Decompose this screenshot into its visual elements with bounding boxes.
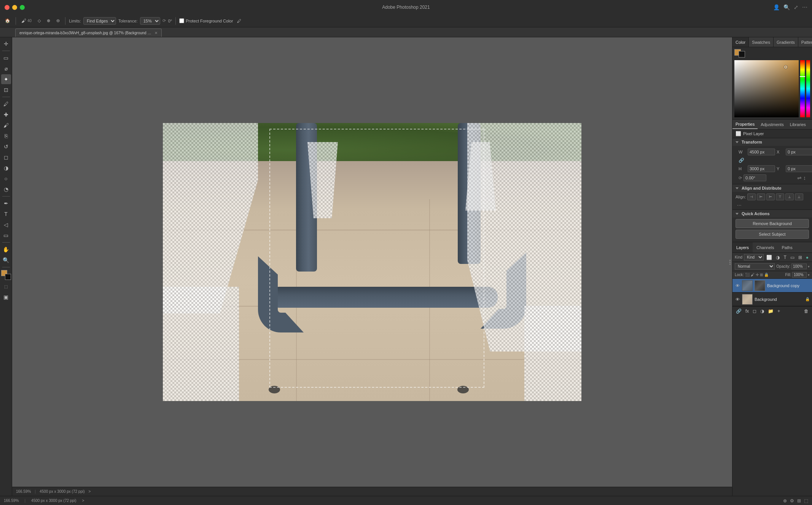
tab-adjustments[interactable]: Adjustments — [758, 120, 787, 129]
eraser-tool[interactable]: ◻ — [1, 152, 11, 162]
angle-input[interactable] — [744, 174, 766, 181]
screen-mode-btn[interactable]: ▣ — [1, 292, 11, 302]
layer-filter-pixel-btn[interactable]: ⬜ — [765, 254, 773, 260]
path-select-tool[interactable]: ◁ — [1, 220, 11, 230]
tab-paths[interactable]: Paths — [778, 242, 796, 252]
opacity-input[interactable] — [791, 264, 807, 269]
x-input[interactable] — [786, 149, 812, 155]
fg-bg-swatches[interactable] — [734, 49, 745, 58]
w-input[interactable] — [748, 149, 775, 155]
type-tool[interactable]: T — [1, 209, 11, 219]
search-icon[interactable]: 🔍 — [783, 4, 790, 10]
layer-adjustment-btn[interactable]: ◑ — [759, 308, 765, 314]
tab-swatches[interactable]: Swatches — [749, 37, 774, 47]
zoom-tool[interactable]: 🔍 — [1, 255, 11, 265]
crop-tool[interactable]: ⊡ — [1, 85, 11, 95]
marquee-tool[interactable]: ▭ — [1, 53, 11, 63]
more-transform-icon[interactable]: ⇌ — [797, 175, 802, 181]
align-left-btn[interactable]: ⊣ — [747, 193, 756, 200]
color-swatches[interactable] — [1, 270, 11, 280]
resize-handle[interactable] — [728, 252, 732, 272]
select-subject-btn[interactable]: Select Subject — [736, 230, 809, 239]
more-icon[interactable]: ⋯ — [802, 4, 807, 10]
align-right-btn[interactable]: ⊢ — [766, 193, 775, 200]
align-center-h-btn[interactable]: ⊢ — [757, 193, 765, 200]
layer-filter-adjust-btn[interactable]: ◑ — [775, 254, 781, 260]
lasso-tool[interactable]: ⌀ — [1, 64, 11, 74]
background-color[interactable] — [5, 274, 11, 280]
canvas-container[interactable] — [12, 37, 732, 487]
bottom-icon-3[interactable]: ⊞ — [797, 498, 801, 503]
flip-icon[interactable]: ↕ — [803, 175, 806, 181]
shape-tool[interactable]: ▭ — [1, 230, 11, 240]
heal-tool[interactable]: ✚ — [1, 110, 11, 120]
move-tool[interactable]: ✛ — [1, 39, 11, 49]
lock-image-btn[interactable]: 🖌 — [751, 273, 755, 277]
hue-bar[interactable] — [800, 60, 805, 117]
layer-filter-shape-btn[interactable]: ▭ — [789, 254, 796, 260]
layer-item-0[interactable]: 👁 Background copy — [732, 279, 812, 292]
background-swatch[interactable] — [739, 51, 745, 58]
opacity-chevron[interactable]: ▾ — [808, 265, 810, 268]
lock-artboard-btn[interactable]: ⊞ — [760, 273, 763, 277]
bottom-icon-1[interactable]: ⊕ — [783, 498, 787, 503]
quick-mask-btn[interactable]: ⬚ — [1, 281, 11, 291]
minimize-button[interactable] — [12, 5, 17, 10]
gradient-tool[interactable]: ◑ — [1, 163, 11, 173]
status-arrow[interactable]: > — [89, 489, 91, 494]
color-gradient-picker[interactable] — [734, 60, 799, 117]
layer-link-btn[interactable]: 🔗 — [735, 308, 743, 314]
brush-options-btn[interactable]: ◇ — [36, 18, 43, 24]
brush-mode-btn[interactable]: ⊕ — [45, 18, 52, 24]
remove-background-btn[interactable]: Remove Background — [736, 219, 809, 228]
layer-delete-btn[interactable]: 🗑 — [803, 308, 810, 314]
layer-visibility-1[interactable]: 👁 — [735, 297, 740, 302]
layer-kind-select[interactable]: Kind — [744, 254, 764, 260]
tab-libraries[interactable]: Libraries — [787, 120, 809, 129]
tolerance-select[interactable]: 15% — [140, 17, 160, 25]
home-button[interactable]: 🏠 — [3, 18, 12, 24]
brush-tool-btn[interactable]: 🖌 40 — [19, 17, 33, 24]
fill-chevron[interactable]: ▾ — [808, 273, 810, 277]
clone-tool[interactable]: ⎘ — [1, 131, 11, 141]
rainbow-strip[interactable] — [806, 60, 810, 117]
lock-all-btn[interactable]: 🔒 — [764, 273, 769, 277]
h-input[interactable] — [748, 165, 775, 172]
history-brush-tool[interactable]: ↺ — [1, 142, 11, 152]
hand-tool[interactable]: ✋ — [1, 245, 11, 254]
layer-filter-toggle-btn[interactable]: ● — [805, 254, 810, 260]
close-button[interactable] — [5, 5, 10, 10]
quick-select-tool[interactable]: ✦ — [1, 74, 11, 84]
link-icon[interactable]: 🔗 — [739, 158, 744, 163]
layer-filter-type-btn[interactable]: T — [782, 254, 787, 260]
brush-subtract-btn[interactable]: ⊖ — [54, 18, 62, 24]
eyedropper-tool[interactable]: 🖊 — [1, 99, 11, 109]
layer-item-1[interactable]: 👁 Background 🔒 — [732, 292, 812, 306]
maximize-button[interactable] — [20, 5, 25, 10]
transform-section-header[interactable]: Transform — [732, 138, 812, 146]
tab-color[interactable]: Color — [732, 37, 749, 47]
tab-channels[interactable]: Channels — [753, 242, 778, 252]
fill-input[interactable] — [792, 272, 807, 278]
quick-actions-header[interactable]: Quick Actions — [732, 209, 812, 217]
account-icon[interactable]: 👤 — [773, 4, 780, 10]
more-options-btn[interactable]: ··· — [736, 201, 743, 209]
tab-properties[interactable]: Properties — [732, 120, 758, 129]
layer-group-btn[interactable]: 📁 — [767, 308, 775, 314]
expand-icon[interactable]: ⤢ — [794, 4, 798, 10]
tab-close-icon[interactable]: ✕ — [154, 31, 158, 35]
pen-tool[interactable]: ✒ — [1, 198, 11, 208]
blur-tool[interactable]: ○ — [1, 174, 11, 184]
bottom-icon-2[interactable]: ⚙ — [790, 498, 794, 503]
align-center-v-btn[interactable]: ⊥ — [785, 193, 794, 200]
align-section-header[interactable]: Align and Distribute — [732, 184, 812, 192]
document-tab[interactable]: enrique-ortega-miranda-b3xo3WvH_g8-unspl… — [15, 29, 162, 37]
layer-visibility-0[interactable]: 👁 — [735, 283, 740, 288]
align-bottom-btn[interactable]: ⊥ — [795, 193, 803, 200]
dodge-tool[interactable]: ◔ — [1, 184, 11, 194]
brush-tool[interactable]: 🖌 — [1, 120, 11, 130]
lock-position-btn[interactable]: ✛ — [756, 273, 759, 277]
lock-transparent-btn[interactable]: ⬛ — [745, 273, 750, 277]
protect-fg-label[interactable]: Protect Foreground Color — [179, 18, 233, 23]
blend-mode-select[interactable]: Normal — [735, 263, 775, 270]
